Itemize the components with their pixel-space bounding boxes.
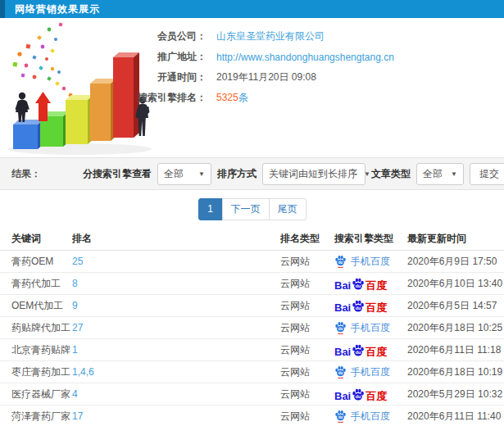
rank-cell: 1,4,6 xyxy=(72,366,280,378)
engine-cell: du 手机百度 xyxy=(334,365,407,379)
updated-cell: 2020年6月10日 13:40 xyxy=(407,277,504,291)
rankings-table: 关键词 排名 排名类型 搜索引擎类型 最新更新时间 膏药OEM 25 云网站 d… xyxy=(0,228,504,426)
mobile-baidu-label: 手机百度 xyxy=(351,321,390,335)
rank-cell: 4 xyxy=(72,388,280,400)
baidu-logo: Bai du 百度 xyxy=(334,299,387,313)
info-row-url: 推广地址： http://www.shandonghuangshengtang.… xyxy=(128,47,394,67)
engine-filter-select[interactable]: 全部 ▼ xyxy=(157,163,211,185)
sort-filter-label: 排序方式 xyxy=(217,167,257,181)
baidu-paw-icon: du xyxy=(334,365,347,378)
baidu-paw-icon: du xyxy=(334,321,347,334)
engine-cell: du 手机百度 xyxy=(334,410,407,424)
article-type-value: 全部 xyxy=(423,167,443,181)
result-label: 结果： xyxy=(11,167,41,181)
svg-text:du: du xyxy=(338,327,343,331)
sort-filter-value: 关键词由短到长排序 xyxy=(269,167,357,181)
engine-cell: du 手机百度 xyxy=(334,255,407,269)
rank-link[interactable]: 17 xyxy=(72,410,83,422)
baidu-logo-suffix: 百度 xyxy=(366,302,387,313)
open-time-label: 开通时间： xyxy=(128,70,207,84)
mobile-baidu-label: 手机百度 xyxy=(351,255,390,269)
engine-cell: du 手机百度 xyxy=(334,321,407,335)
rank-link[interactable]: 1 xyxy=(72,344,78,356)
table-body: 膏药OEM 25 云网站 du 手机百度 2020年6月9日 17:50 膏药代… xyxy=(0,251,504,426)
businessman-left xyxy=(16,93,30,122)
pagination: 1 下一页 尾页 xyxy=(198,198,306,220)
rank-link[interactable]: 25 xyxy=(72,256,83,267)
col-header-rank: 排名 xyxy=(72,232,280,246)
bar-yellow xyxy=(66,95,93,144)
updated-cell: 2020年6月11日 11:40 xyxy=(407,410,504,424)
rank-link[interactable]: 4 xyxy=(72,388,78,400)
company-link[interactable]: 山东皇圣堂药业有限公司 xyxy=(216,29,325,43)
engine-cell: Bai du 百度 xyxy=(334,343,407,357)
page-title: 网络营销效果展示 xyxy=(15,2,100,16)
article-type-select[interactable]: 全部 ▼ xyxy=(416,163,464,185)
engine-filter-value: 全部 xyxy=(164,167,184,181)
submit-button[interactable]: 提交 xyxy=(470,163,504,185)
svg-text:du: du xyxy=(356,283,361,288)
rank-cell: 17 xyxy=(72,410,280,422)
open-time-value: 2019年11月20日 09:08 xyxy=(216,70,316,84)
keyword-cell: 北京膏药贴牌 xyxy=(0,343,72,357)
info-row-rank-count: 搜索引擎排名： 5325条 xyxy=(128,88,394,108)
baidu-logo-suffix: 百度 xyxy=(366,347,387,357)
baidu-logo: Bai du 百度 xyxy=(334,277,387,291)
mobile-baidu-logo: du 手机百度 xyxy=(334,255,390,269)
pagination-zone: 1 下一页 尾页 xyxy=(0,190,504,228)
promo-url-label: 推广地址： xyxy=(128,50,207,64)
engine-cell: Bai du 百度 xyxy=(334,277,407,291)
baidu-paw-icon: du xyxy=(334,255,347,268)
svg-text:du: du xyxy=(356,306,361,310)
filter-group: 分搜索引擎查看 全部 ▼ 排序方式 关键词由短到长排序 ▼ 文章类型 全部 ▼ … xyxy=(83,163,504,185)
col-header-updated: 最新更新时间 xyxy=(407,232,504,246)
table-row: 膏药代加工 8 云网站 Bai du 百度 2020年6月10日 13:40 xyxy=(0,273,504,295)
table-row: 北京膏药贴牌 1 云网站 Bai du 百度 2020年6月11日 11:18 xyxy=(0,339,504,361)
rank-link[interactable]: 9 xyxy=(72,300,78,311)
baidu-paw-icon: du xyxy=(334,410,347,423)
updated-cell: 2020年5月29日 10:32 xyxy=(407,387,504,401)
mobile-baidu-label: 手机百度 xyxy=(351,365,390,379)
mobile-baidu-logo: du 手机百度 xyxy=(334,321,390,335)
baidu-logo-prefix: Bai xyxy=(334,280,351,291)
baidu-paw-icon: du xyxy=(352,343,365,357)
rank-type-cell: 云网站 xyxy=(280,255,334,269)
updated-cell: 2020年6月11日 11:18 xyxy=(407,343,504,357)
bar-blue xyxy=(13,120,43,149)
rank-link[interactable]: 1,4,6 xyxy=(72,366,94,378)
rank-cell: 1 xyxy=(72,344,280,356)
rank-type-cell: 云网站 xyxy=(280,410,334,424)
svg-text:du: du xyxy=(356,394,361,399)
article-type-label: 文章类型 xyxy=(371,167,411,181)
mobile-baidu-logo: du 手机百度 xyxy=(334,410,390,424)
rank-link[interactable]: 27 xyxy=(72,322,83,333)
page-button-last[interactable]: 尾页 xyxy=(269,198,306,220)
baidu-logo-prefix: Bai xyxy=(334,347,351,357)
baidu-logo: Bai du 百度 xyxy=(334,343,387,357)
hero-section: 会员公司： 山东皇圣堂药业有限公司 推广地址： http://www.shand… xyxy=(0,18,504,157)
engine-cell: Bai du 百度 xyxy=(334,299,407,313)
keyword-cell: 膏药OEM xyxy=(0,255,72,269)
app-header: 网络营销效果展示 xyxy=(0,0,504,18)
member-info-panel: 会员公司： 山东皇圣堂药业有限公司 推广地址： http://www.shand… xyxy=(128,26,394,108)
keyword-cell: 药贴牌代加工 xyxy=(0,321,72,335)
page-button-current[interactable]: 1 xyxy=(198,198,223,220)
page-button-next[interactable]: 下一页 xyxy=(222,198,270,220)
rank-type-cell: 云网站 xyxy=(280,365,334,379)
sort-filter-select[interactable]: 关键词由短到长排序 ▼ xyxy=(262,163,366,185)
rank-count-value: 5325条 xyxy=(216,91,248,105)
rank-count-number: 5325 xyxy=(216,92,238,103)
promo-url-link[interactable]: http://www.shandonghuangshengtang.cn xyxy=(216,52,394,63)
table-row: 药贴牌代加工 27 云网站 du 手机百度 2020年6月18日 10:25 xyxy=(0,317,504,339)
rank-type-cell: 云网站 xyxy=(280,299,334,313)
baidu-logo-prefix: Bai xyxy=(334,391,351,401)
table-row: 膏药OEM 25 云网站 du 手机百度 2020年6月9日 17:50 xyxy=(0,251,504,273)
bar-orange xyxy=(90,79,116,141)
engine-filter-label: 分搜索引擎查看 xyxy=(83,167,152,181)
rank-type-cell: 云网站 xyxy=(280,343,334,357)
rank-count-label: 搜索引擎排名： xyxy=(128,91,207,105)
table-row: 枣庄膏药加工 1,4,6 云网站 du 手机百度 2020年6月18日 10:1… xyxy=(0,361,504,383)
info-row-company: 会员公司： 山东皇圣堂药业有限公司 xyxy=(128,26,394,47)
col-header-engine-type: 搜索引擎类型 xyxy=(334,232,407,246)
rank-link[interactable]: 8 xyxy=(72,278,78,289)
